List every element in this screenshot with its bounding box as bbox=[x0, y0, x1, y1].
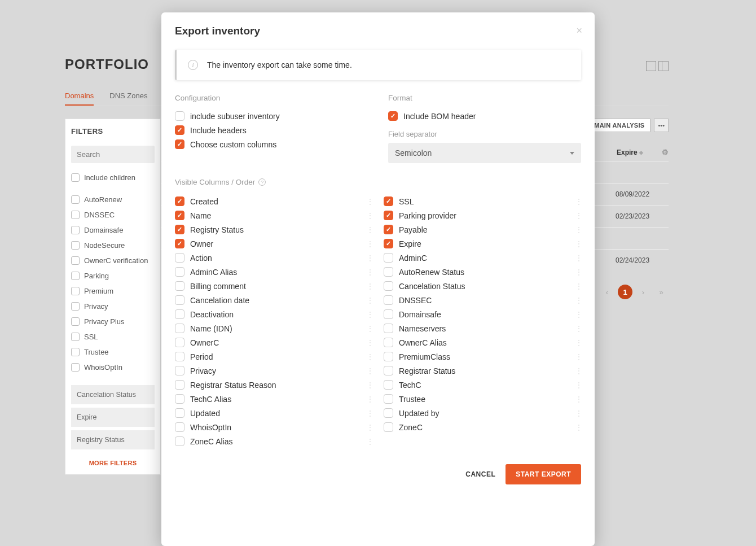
drag-handle-icon[interactable]: ⋮ bbox=[367, 254, 372, 262]
column-item: Owner⋮ bbox=[175, 237, 372, 251]
drag-handle-icon[interactable]: ⋮ bbox=[367, 409, 372, 417]
checkbox-custom-columns[interactable] bbox=[175, 139, 184, 149]
column-checkbox[interactable] bbox=[384, 239, 393, 248]
drag-handle-icon[interactable]: ⋮ bbox=[575, 198, 581, 206]
column-checkbox[interactable] bbox=[384, 253, 393, 263]
column-label: Name (IDN) bbox=[190, 324, 361, 333]
column-checkbox[interactable] bbox=[175, 196, 184, 206]
drag-handle-icon[interactable]: ⋮ bbox=[575, 367, 581, 375]
drag-handle-icon[interactable]: ⋮ bbox=[575, 240, 581, 248]
column-checkbox[interactable] bbox=[384, 394, 393, 404]
drag-handle-icon[interactable]: ⋮ bbox=[575, 353, 581, 361]
column-label: WhoisOptIn bbox=[190, 423, 361, 432]
column-item: Nameservers⋮ bbox=[384, 321, 581, 335]
help-icon[interactable]: ? bbox=[258, 178, 266, 186]
column-checkbox[interactable] bbox=[384, 366, 393, 375]
drag-handle-icon[interactable]: ⋮ bbox=[367, 395, 372, 403]
drag-handle-icon[interactable]: ⋮ bbox=[367, 198, 372, 206]
drag-handle-icon[interactable]: ⋮ bbox=[367, 423, 372, 431]
drag-handle-icon[interactable]: ⋮ bbox=[575, 311, 581, 318]
checkbox-include-headers[interactable] bbox=[175, 125, 184, 135]
column-checkbox[interactable] bbox=[175, 366, 184, 375]
column-label: DNSSEC bbox=[399, 296, 570, 305]
column-checkbox[interactable] bbox=[384, 281, 393, 291]
close-icon[interactable]: × bbox=[576, 25, 582, 37]
column-item: Period⋮ bbox=[175, 350, 372, 364]
drag-handle-icon[interactable]: ⋮ bbox=[367, 268, 372, 276]
column-checkbox[interactable] bbox=[384, 380, 393, 390]
column-checkbox[interactable] bbox=[175, 281, 184, 291]
column-label: Privacy bbox=[190, 366, 361, 375]
drag-handle-icon[interactable]: ⋮ bbox=[575, 254, 581, 262]
checkbox-bom-header[interactable] bbox=[388, 111, 398, 121]
column-checkbox[interactable] bbox=[175, 394, 184, 404]
field-separator-select[interactable]: Semicolon bbox=[388, 143, 581, 163]
drag-handle-icon[interactable]: ⋮ bbox=[575, 381, 581, 389]
column-label: TechC bbox=[399, 381, 570, 390]
drag-handle-icon[interactable]: ⋮ bbox=[575, 282, 581, 290]
column-checkbox[interactable] bbox=[175, 338, 184, 347]
drag-handle-icon[interactable]: ⋮ bbox=[367, 226, 372, 234]
column-checkbox[interactable] bbox=[384, 267, 393, 277]
column-item: Created⋮ bbox=[175, 194, 372, 208]
column-checkbox[interactable] bbox=[175, 352, 184, 361]
column-checkbox[interactable] bbox=[175, 309, 184, 319]
column-label: Parking provider bbox=[399, 211, 570, 220]
column-checkbox[interactable] bbox=[175, 380, 184, 390]
drag-handle-icon[interactable]: ⋮ bbox=[575, 395, 581, 403]
drag-handle-icon[interactable]: ⋮ bbox=[367, 296, 372, 304]
column-item: TechC Alias⋮ bbox=[175, 392, 372, 406]
drag-handle-icon[interactable]: ⋮ bbox=[575, 409, 581, 417]
drag-handle-icon[interactable]: ⋮ bbox=[367, 339, 372, 347]
column-checkbox[interactable] bbox=[175, 422, 184, 432]
column-checkbox[interactable] bbox=[175, 253, 184, 263]
cancel-button[interactable]: CANCEL bbox=[465, 470, 495, 478]
drag-handle-icon[interactable]: ⋮ bbox=[575, 212, 581, 220]
column-item: WhoisOptIn⋮ bbox=[175, 420, 372, 434]
drag-handle-icon[interactable]: ⋮ bbox=[575, 339, 581, 347]
column-checkbox[interactable] bbox=[384, 324, 393, 333]
column-checkbox[interactable] bbox=[384, 211, 393, 220]
drag-handle-icon[interactable]: ⋮ bbox=[575, 296, 581, 304]
column-label: Period bbox=[190, 352, 361, 361]
column-item: OwnerC Alias⋮ bbox=[384, 335, 581, 350]
column-checkbox[interactable] bbox=[175, 239, 184, 248]
column-checkbox[interactable] bbox=[384, 422, 393, 432]
drag-handle-icon[interactable]: ⋮ bbox=[575, 268, 581, 276]
checkbox-include-subuser[interactable] bbox=[175, 111, 184, 121]
column-item: AutoRenew Status⋮ bbox=[384, 265, 581, 279]
column-checkbox[interactable] bbox=[384, 352, 393, 361]
drag-handle-icon[interactable]: ⋮ bbox=[367, 381, 372, 389]
drag-handle-icon[interactable]: ⋮ bbox=[367, 212, 372, 220]
column-label: Registrar Status Reason bbox=[190, 381, 361, 390]
column-checkbox[interactable] bbox=[384, 196, 393, 206]
drag-handle-icon[interactable]: ⋮ bbox=[575, 325, 581, 333]
drag-handle-icon[interactable]: ⋮ bbox=[575, 226, 581, 234]
column-item: Deactivation⋮ bbox=[175, 307, 372, 321]
drag-handle-icon[interactable]: ⋮ bbox=[367, 353, 372, 361]
drag-handle-icon[interactable]: ⋮ bbox=[367, 367, 372, 375]
column-checkbox[interactable] bbox=[175, 211, 184, 220]
drag-handle-icon[interactable]: ⋮ bbox=[367, 325, 372, 333]
start-export-button[interactable]: START EXPORT bbox=[506, 464, 581, 484]
column-checkbox[interactable] bbox=[175, 267, 184, 277]
column-checkbox[interactable] bbox=[175, 295, 184, 305]
column-checkbox[interactable] bbox=[175, 408, 184, 418]
drag-handle-icon[interactable]: ⋮ bbox=[367, 282, 372, 290]
column-checkbox[interactable] bbox=[384, 295, 393, 305]
column-checkbox[interactable] bbox=[384, 408, 393, 418]
column-checkbox[interactable] bbox=[175, 436, 184, 446]
column-checkbox[interactable] bbox=[175, 324, 184, 333]
column-checkbox[interactable] bbox=[175, 225, 184, 234]
column-label: Trustee bbox=[399, 395, 570, 404]
column-label: Cancelation date bbox=[190, 296, 361, 305]
drag-handle-icon[interactable]: ⋮ bbox=[367, 311, 372, 318]
column-checkbox[interactable] bbox=[384, 225, 393, 234]
drag-handle-icon[interactable]: ⋮ bbox=[367, 438, 372, 445]
column-item: Payable⋮ bbox=[384, 222, 581, 237]
column-checkbox[interactable] bbox=[384, 309, 393, 319]
column-checkbox[interactable] bbox=[384, 338, 393, 347]
drag-handle-icon[interactable]: ⋮ bbox=[575, 423, 581, 431]
label-custom-columns: Choose custom columns bbox=[190, 140, 276, 149]
drag-handle-icon[interactable]: ⋮ bbox=[367, 240, 372, 248]
